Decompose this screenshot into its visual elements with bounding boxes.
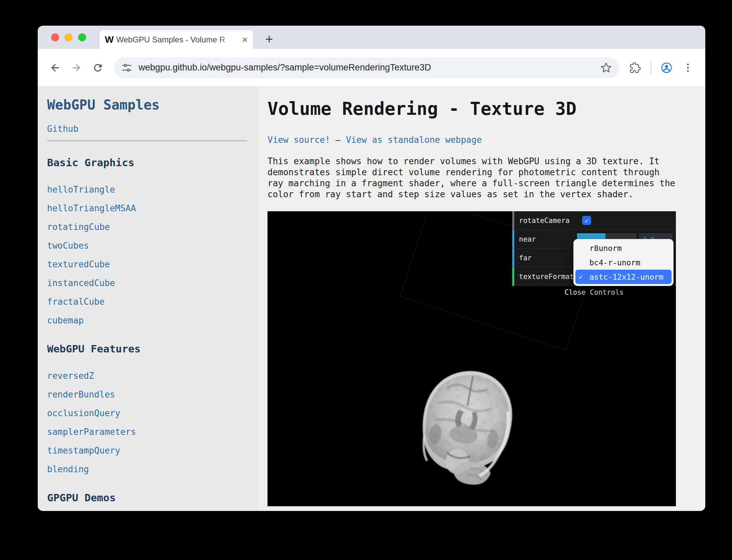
sidebar-title: WebGPU Samples bbox=[47, 96, 258, 113]
browser-menu-button[interactable] bbox=[679, 58, 697, 77]
list-item: cubemap bbox=[47, 315, 258, 327]
gui-label: far bbox=[514, 254, 577, 262]
sample-list-basic-graphics: helloTriangle helloTriangleMSAA rotating… bbox=[47, 184, 258, 327]
list-item: reversedZ bbox=[47, 370, 258, 383]
url-text: webgpu.github.io/webgpu-samples/?sample=… bbox=[139, 62, 596, 73]
new-tab-button[interactable]: + bbox=[261, 31, 278, 47]
list-item: timestampQuery bbox=[47, 445, 258, 458]
sidebar-item-helloTriangle[interactable]: helloTriangle bbox=[47, 185, 115, 195]
sample-description: This example shows how to render volumes… bbox=[267, 156, 705, 200]
toolbar-divider bbox=[651, 61, 651, 74]
url-bar[interactable]: webgpu.github.io/webgpu-samples/?sample=… bbox=[114, 57, 619, 78]
list-item: blending bbox=[47, 464, 258, 476]
forward-button[interactable] bbox=[67, 58, 86, 77]
extensions-button[interactable] bbox=[626, 58, 645, 77]
sidebar-item-reversedZ[interactable]: reversedZ bbox=[47, 371, 94, 381]
github-link[interactable]: Github bbox=[47, 123, 258, 134]
sample-list-webgpu-features: reversedZ renderBundles occlusionQuery s… bbox=[47, 370, 258, 476]
window-zoom-button[interactable] bbox=[78, 33, 86, 41]
section-heading-gpgpu-demos: GPGPU Demos bbox=[47, 491, 258, 504]
list-item: helloTriangleMSAA bbox=[47, 203, 258, 215]
site-settings-icon[interactable] bbox=[121, 62, 133, 73]
sidebar-divider bbox=[47, 141, 247, 141]
dropdown-option-label: astc-12x12-unorm bbox=[589, 273, 664, 281]
close-controls-button[interactable]: Close Controls bbox=[512, 286, 676, 299]
window-close-button[interactable] bbox=[51, 33, 59, 41]
rotate-camera-checkbox[interactable]: ✓ bbox=[582, 216, 591, 225]
sidebar-item-fractalCube[interactable]: fractalCube bbox=[47, 297, 105, 307]
list-item: texturedCube bbox=[47, 259, 258, 271]
sample-main: Volume Rendering - Texture 3D View sourc… bbox=[258, 86, 705, 511]
tab-title: WebGPU Samples - Volume R bbox=[116, 35, 240, 44]
forward-icon bbox=[71, 62, 82, 73]
sidebar-item-samplerParameters[interactable]: samplerParameters bbox=[47, 427, 136, 437]
reload-icon bbox=[92, 62, 104, 73]
list-item: rotatingCube bbox=[47, 221, 258, 234]
dropdown-option-astc-12x12-unorm[interactable]: ✓ astc-12x12-unorm bbox=[575, 270, 672, 284]
samples-sidebar: WebGPU Samples Github Basic Graphics hel… bbox=[38, 86, 258, 511]
list-item: helloTriangle bbox=[47, 184, 258, 197]
sidebar-item-renderBundles[interactable]: renderBundles bbox=[47, 389, 115, 399]
page-content: WebGPU Samples Github Basic Graphics hel… bbox=[38, 86, 705, 511]
standalone-link[interactable]: View as standalone webpage bbox=[346, 135, 482, 145]
description-line: ray marching in a fragment shader, where… bbox=[267, 178, 705, 189]
checkmark-icon: ✓ bbox=[579, 273, 589, 281]
three-dot-menu-icon bbox=[682, 62, 694, 73]
sidebar-item-blending[interactable]: blending bbox=[47, 464, 89, 474]
list-item: instancedCube bbox=[47, 277, 258, 290]
tab-strip: W WebGPU Samples - Volume R × + bbox=[38, 26, 705, 49]
back-icon bbox=[49, 62, 61, 73]
dropdown-option-bc4-r-unorm[interactable]: bc4-r-unorm bbox=[575, 255, 672, 270]
tab-close-icon[interactable]: × bbox=[242, 35, 248, 45]
gui-label: textureFormat bbox=[514, 273, 577, 281]
profile-avatar-icon bbox=[661, 62, 672, 73]
list-item: occlusionQuery bbox=[47, 407, 258, 420]
sidebar-item-cubemap[interactable]: cubemap bbox=[47, 315, 84, 325]
description-line: color from ray start and step size value… bbox=[267, 189, 705, 200]
sidebar-item-twoCubes[interactable]: twoCubes bbox=[47, 241, 89, 251]
list-item: samplerParameters bbox=[47, 426, 258, 439]
browser-toolbar: webgpu.github.io/webgpu-samples/?sample=… bbox=[38, 49, 705, 86]
browser-tab[interactable]: W WebGPU Samples - Volume R × bbox=[100, 30, 253, 49]
source-links-row: View source! – View as standalone webpag… bbox=[267, 134, 705, 146]
list-item: twoCubes bbox=[47, 240, 258, 253]
view-source-link[interactable]: View source! bbox=[267, 135, 330, 145]
description-line: This example shows how to render volumes… bbox=[267, 156, 705, 167]
render-canvas[interactable]: rotateCamera ✓ near 4.0 far texture bbox=[267, 211, 676, 506]
gui-label: rotateCamera bbox=[514, 217, 577, 225]
browser-window: W WebGPU Samples - Volume R × + webgpu.g… bbox=[38, 26, 705, 511]
sidebar-item-instancedCube[interactable]: instancedCube bbox=[47, 278, 115, 288]
list-item: renderBundles bbox=[47, 389, 258, 401]
back-button[interactable] bbox=[46, 58, 64, 77]
bookmark-star-icon[interactable] bbox=[600, 62, 612, 73]
sidebar-item-occlusionQuery[interactable]: occlusionQuery bbox=[47, 408, 120, 418]
texture-format-dropdown: r8unorm bc4-r-unorm ✓ astc-12x12-unorm bbox=[573, 239, 674, 286]
section-heading-basic-graphics: Basic Graphics bbox=[47, 156, 258, 169]
sidebar-item-helloTriangleMSAA[interactable]: helloTriangleMSAA bbox=[47, 203, 136, 213]
list-item: fractalCube bbox=[47, 296, 258, 309]
profile-button[interactable] bbox=[657, 58, 676, 77]
link-separator: – bbox=[336, 135, 341, 145]
section-heading-webgpu-features: WebGPU Features bbox=[47, 342, 258, 355]
window-minimize-button[interactable] bbox=[64, 33, 72, 41]
sidebar-item-texturedCube[interactable]: texturedCube bbox=[47, 259, 110, 269]
brain-mri-render bbox=[394, 355, 535, 495]
extensions-puzzle-icon bbox=[629, 62, 641, 73]
webgpu-favicon-icon: W bbox=[105, 34, 116, 45]
description-line: demonstrates simple direct volume render… bbox=[267, 167, 705, 178]
dropdown-option-r8unorm[interactable]: r8unorm bbox=[575, 241, 672, 255]
gui-row-rotateCamera: rotateCamera ✓ bbox=[512, 211, 676, 230]
sidebar-item-rotatingCube[interactable]: rotatingCube bbox=[47, 222, 110, 232]
reload-button[interactable] bbox=[88, 58, 107, 77]
gui-label: near bbox=[514, 235, 577, 243]
sidebar-item-timestampQuery[interactable]: timestampQuery bbox=[47, 446, 120, 456]
page-title: Volume Rendering - Texture 3D bbox=[267, 98, 705, 119]
